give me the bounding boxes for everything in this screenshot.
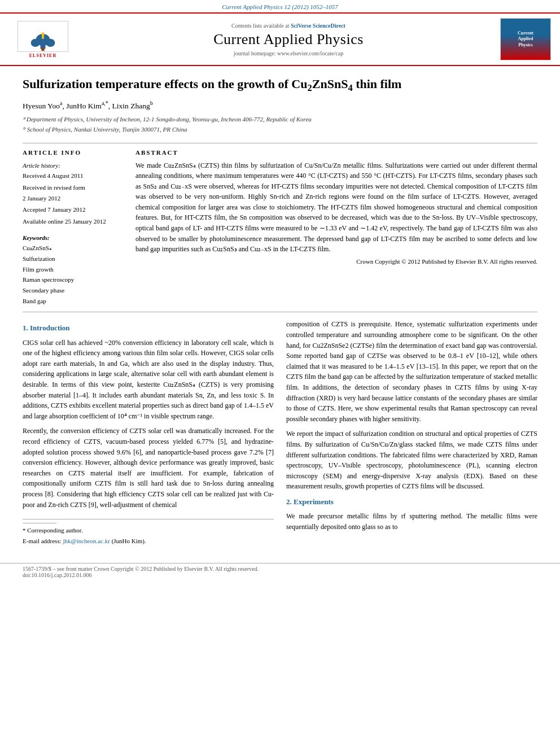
elsevier-logo — [18, 21, 68, 52]
svg-point-6 — [41, 32, 44, 35]
section1-para2: Recently, the conversion efficiency of C… — [23, 426, 274, 510]
keywords-block: Keywords: Cu₂ZnSnS₄ Sulfurization Film g… — [23, 233, 124, 307]
email-address[interactable]: jhk@incheon.ac.kr — [63, 538, 110, 544]
affiliation-b: ᵇ School of Physics, Nankai University, … — [23, 125, 537, 135]
revised-date: 2 January 2012 — [23, 193, 124, 204]
copyright-line: Crown Copyright © 2012 Published by Else… — [135, 258, 537, 265]
keyword-3: Raman spectroscopy — [23, 274, 124, 285]
footnote-star: * Corresponding author. — [23, 526, 274, 535]
affiliation-a: ᵃ Department of Physics, University of I… — [23, 115, 537, 125]
keywords-label: Keywords: — [23, 233, 124, 243]
main-content: Sulfurization temperature effects on the… — [0, 66, 560, 557]
article-title: Sulfurization temperature effects on the… — [23, 76, 537, 94]
email-label: E-mail address: — [23, 538, 62, 544]
logo-line3: Physics — [518, 42, 533, 48]
divider-1 — [23, 143, 537, 143]
accepted-date: Accepted 7 January 2012 — [23, 204, 124, 215]
sciverse-prefix: Contents lists available at — [231, 23, 289, 29]
section1-para1: CIGS solar cell has achieved ~20% conver… — [23, 338, 274, 422]
svg-rect-4 — [41, 47, 44, 50]
footer-bar: 1567-1739/$ – see front matter Crown Cop… — [0, 563, 560, 580]
sciverse-link[interactable]: SciVerse ScienceDirect — [291, 23, 345, 29]
abstract-text: We made Cu₂ZnSnS₄ (CZTS) thin films by s… — [135, 160, 537, 255]
section1-right-para2: We report the impact of sulfurization co… — [286, 429, 537, 492]
header-banner: ELSEVIER Contents lists available at Sci… — [0, 12, 560, 66]
article-history: Article history: Received 4 August 2011 … — [23, 160, 124, 227]
body-col-left: 1. Introduction CIGS solar cell has achi… — [23, 319, 274, 547]
section1-heading: 1. Introduction — [23, 322, 274, 334]
logo-line1: Current — [518, 30, 533, 36]
email-person: (JunHo Kim). — [112, 538, 146, 544]
elsevier-tree-icon — [23, 29, 63, 51]
elsevier-logo-area: ELSEVIER — [9, 21, 77, 58]
sciverse-text: Contents lists available at SciVerse Sci… — [86, 23, 491, 29]
footer-doi: doi:10.1016/j.cap.2012.01.006 — [23, 572, 537, 578]
abstract-col: ABSTRACT We made Cu₂ZnSnS₄ (CZTS) thin f… — [135, 149, 537, 307]
body-col-right: composition of CZTS is prerequisite. Hen… — [286, 319, 537, 547]
info-abstract-section: ARTICLE INFO Article history: Received 4… — [23, 149, 537, 307]
elsevier-label: ELSEVIER — [29, 53, 56, 58]
authors-line: Hyesun Yooa, JunHo Kima,*, Lixin Zhangb — [23, 100, 537, 111]
section2-para1: We made precursor metallic films by rf s… — [286, 511, 537, 532]
received-date: Received 4 August 2011 — [23, 171, 124, 181]
available-date: Available online 25 January 2012 — [23, 216, 124, 227]
keyword-5: Band gap — [23, 296, 124, 307]
article-info-col: ARTICLE INFO Article history: Received 4… — [23, 149, 124, 307]
keyword-1: Sulfurization — [23, 254, 124, 264]
keyword-0: Cu₂ZnSnS₄ — [23, 243, 124, 254]
divider-2 — [23, 312, 537, 312]
section1-right-para1: composition of CZTS is prerequisite. Hen… — [286, 319, 537, 424]
received-revised-label: Received in revised form — [23, 182, 124, 193]
footnote-email: E-mail address: jhk@incheon.ac.kr (JunHo… — [23, 536, 274, 546]
svg-point-2 — [31, 38, 40, 46]
footer-issn: 1567-1739/$ – see front matter Crown Cop… — [23, 566, 537, 572]
svg-point-3 — [46, 38, 55, 46]
history-label: Article history: — [23, 160, 124, 171]
journal-citation-text: Current Applied Physics 12 (2012) 1052–1… — [222, 3, 338, 10]
article-info-heading: ARTICLE INFO — [23, 149, 124, 156]
journal-title: Current Applied Physics — [86, 31, 491, 48]
journal-homepage: journal homepage: www.elsevier.com/locat… — [86, 50, 491, 56]
journal-logo-right: Current Applied Physics — [500, 18, 551, 60]
body-columns: 1. Introduction CIGS solar cell has achi… — [23, 319, 537, 547]
journal-citation: Current Applied Physics 12 (2012) 1052–1… — [0, 0, 560, 12]
abstract-heading: ABSTRACT — [135, 149, 537, 156]
logo-line2: Applied — [518, 36, 533, 42]
journal-header-center: Contents lists available at SciVerse Sci… — [77, 23, 500, 56]
keyword-4: Secondary phase — [23, 285, 124, 296]
affiliations: ᵃ Department of Physics, University of I… — [23, 115, 537, 134]
keyword-2: Film growth — [23, 264, 124, 275]
section2-heading: 2. Experiments — [286, 496, 537, 508]
footnote-area: * Corresponding author. E-mail address: … — [23, 519, 274, 546]
